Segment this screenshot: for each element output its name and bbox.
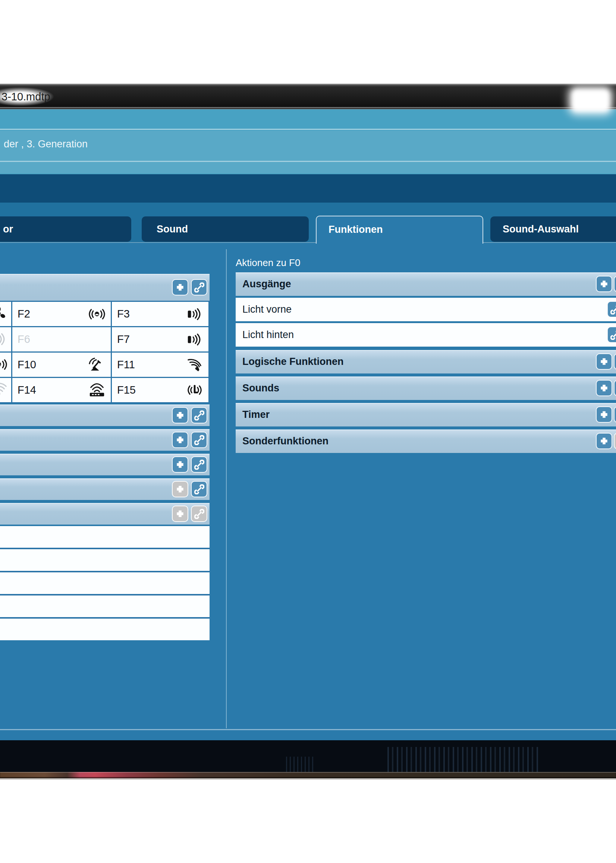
plus-icon bbox=[175, 435, 185, 445]
tab-funktionen[interactable]: Funktionen bbox=[316, 216, 483, 244]
add-button[interactable] bbox=[596, 406, 612, 423]
function-label: F11 bbox=[117, 353, 135, 377]
window-titlebar[interactable]: 3-10.mdtp bbox=[0, 86, 616, 107]
add-button[interactable] bbox=[172, 481, 188, 498]
desktop-wallpaper-band bbox=[0, 740, 616, 772]
settings-wrench-button[interactable] bbox=[191, 481, 207, 498]
tab-sound-auswahl[interactable]: Sound-Auswahl bbox=[490, 216, 616, 242]
function-cell-f14[interactable]: F14 bbox=[12, 378, 112, 402]
left-section-header-row[interactable] bbox=[0, 503, 209, 524]
wrench-icon bbox=[610, 304, 616, 315]
panel-divider bbox=[226, 249, 227, 728]
plus-icon bbox=[175, 282, 185, 292]
app-window: 3-10.mdtp der , 3. Generation or Sound F… bbox=[0, 0, 616, 863]
action-row-logische-funktionen[interactable]: Logische Funktionen bbox=[236, 350, 616, 373]
settings-wrench-button[interactable] bbox=[614, 380, 616, 396]
plus-icon bbox=[175, 460, 185, 469]
cut-off-cell bbox=[0, 378, 12, 402]
function-cell-f6[interactable]: F6 bbox=[12, 327, 112, 351]
forest-silhouette bbox=[283, 757, 313, 772]
settings-wrench-button[interactable] bbox=[607, 301, 616, 318]
cut-off-cell bbox=[0, 327, 12, 351]
function-cell-f3[interactable]: F3 bbox=[112, 302, 209, 326]
function-cell-f15[interactable]: F15 bbox=[112, 378, 209, 402]
function-table-row: F14F15 bbox=[0, 378, 209, 403]
tab-label: Sound bbox=[157, 216, 309, 242]
settings-wrench-button[interactable] bbox=[191, 456, 207, 473]
function-table-row: F10F11 bbox=[0, 353, 209, 378]
empty-row-block bbox=[0, 526, 209, 640]
function-cell-f7[interactable]: F7 bbox=[112, 327, 209, 351]
settings-wrench-button[interactable] bbox=[191, 432, 207, 448]
app-header-subband bbox=[0, 131, 616, 173]
add-button[interactable] bbox=[172, 506, 188, 522]
wallpaper-horizon-strip bbox=[0, 772, 616, 778]
action-row-sounds[interactable]: Sounds bbox=[236, 376, 616, 400]
action-row-licht-hinten[interactable]: Licht hinten bbox=[236, 323, 616, 346]
horn-icon bbox=[186, 307, 203, 323]
window-top-border bbox=[0, 83, 616, 86]
left-section-header-row[interactable] bbox=[0, 405, 209, 426]
plus-icon bbox=[599, 383, 609, 393]
empty-table-row bbox=[0, 572, 209, 595]
wrench-icon bbox=[194, 410, 204, 420]
settings-wrench-button[interactable] bbox=[614, 276, 616, 292]
wrench-icon bbox=[194, 435, 204, 445]
add-button[interactable] bbox=[172, 432, 188, 448]
tab-label: Funktionen bbox=[328, 216, 482, 243]
function-cell-f2[interactable]: F2 bbox=[12, 302, 112, 326]
window-bottom-edge bbox=[0, 778, 616, 780]
action-row-label: Licht hinten bbox=[242, 323, 294, 346]
action-row-ausgänge[interactable]: Ausgänge bbox=[236, 272, 616, 296]
action-row-sonderfunktionen[interactable]: Sonderfunktionen bbox=[236, 430, 616, 453]
action-row-label: Sounds bbox=[242, 376, 279, 400]
add-button[interactable] bbox=[596, 353, 612, 370]
window-title: 3-10.mdtp bbox=[2, 86, 50, 107]
action-row-timer[interactable]: Timer bbox=[236, 403, 616, 427]
function-table-header bbox=[0, 274, 209, 301]
action-row-label: Sonderfunktionen bbox=[242, 430, 328, 453]
add-button[interactable] bbox=[596, 380, 612, 396]
header-navy-band bbox=[0, 174, 616, 203]
left-section-header-row[interactable] bbox=[0, 454, 209, 476]
settings-wrench-button[interactable] bbox=[191, 407, 207, 424]
left-section-header-row[interactable] bbox=[0, 429, 209, 451]
settings-wrench-button[interactable] bbox=[191, 279, 207, 296]
add-button[interactable] bbox=[172, 407, 188, 424]
function-cell-f11[interactable]: F11 bbox=[112, 353, 209, 377]
function-table-row: F2F3 bbox=[0, 302, 209, 327]
wifi-icon bbox=[0, 383, 8, 399]
plus-icon bbox=[599, 357, 609, 366]
action-row-label: Ausgänge bbox=[242, 272, 291, 296]
function-label: F3 bbox=[117, 302, 130, 326]
action-row-label: Logische Funktionen bbox=[242, 350, 344, 373]
decoder-subtitle: der , 3. Generation bbox=[4, 139, 88, 150]
mast-icon bbox=[88, 357, 105, 374]
empty-table-row bbox=[0, 549, 209, 572]
function-label: F15 bbox=[117, 378, 136, 402]
actions-panel-title: Aktionen zu F0 bbox=[236, 257, 300, 269]
tab-or[interactable]: or bbox=[0, 216, 131, 242]
settings-wrench-button[interactable] bbox=[614, 406, 616, 423]
action-row-label: Licht vorne bbox=[242, 298, 292, 321]
honk-icon bbox=[0, 357, 8, 373]
plus-icon bbox=[599, 409, 609, 419]
tab-sound[interactable]: Sound bbox=[142, 216, 309, 242]
add-button[interactable] bbox=[172, 279, 188, 296]
wrench-icon bbox=[194, 484, 204, 494]
header-divider bbox=[0, 129, 616, 130]
action-row-licht-vorne[interactable]: Licht vorne bbox=[236, 298, 616, 321]
wrench-icon bbox=[194, 460, 204, 470]
function-label: F14 bbox=[17, 378, 36, 402]
settings-wrench-button[interactable] bbox=[614, 433, 616, 449]
settings-wrench-button[interactable] bbox=[614, 353, 616, 370]
settings-wrench-button[interactable] bbox=[191, 506, 207, 522]
left-section-header-row[interactable] bbox=[0, 478, 209, 500]
cursor-highlight-blob bbox=[571, 89, 610, 112]
add-button[interactable] bbox=[596, 433, 612, 449]
settings-wrench-button[interactable] bbox=[607, 326, 616, 343]
fan-icon bbox=[0, 306, 8, 323]
add-button[interactable] bbox=[172, 456, 188, 473]
function-cell-f10[interactable]: F10 bbox=[12, 353, 112, 377]
add-button[interactable] bbox=[596, 276, 612, 292]
